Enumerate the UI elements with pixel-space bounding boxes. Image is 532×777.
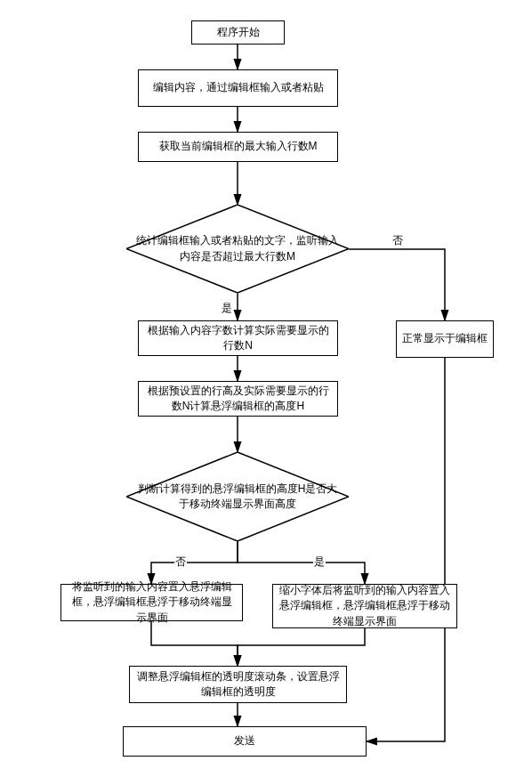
n6-text: 根据预设置的行高及实际需要显示的行数N计算悬浮编辑框的高度H: [144, 384, 332, 415]
n7-text: 将监听到的输入内容置入悬浮编辑框，悬浮编辑框悬浮于移动终端显示界面: [67, 579, 237, 626]
process-adjust-opacity: 调整悬浮编辑框的透明度滚动条，设置悬浮编辑框的透明度: [129, 666, 347, 703]
n1-text: 程序开始: [217, 25, 260, 40]
process-edit-content: 编辑内容，通过编辑框输入或者粘贴: [138, 69, 338, 107]
process-start: 程序开始: [191, 20, 285, 45]
label-d1-yes: 是: [221, 301, 233, 316]
process-place-float-shrink: 缩小字体后将监听到的输入内容置入悬浮编辑框，悬浮编辑框悬浮于移动终端显示界面: [272, 584, 457, 628]
d1-text: 统计编辑框输入或者粘贴的文字，监听输入内容是否超过最大行数M: [135, 233, 340, 264]
n4-text: 根据输入内容字数计算实际需要显示的行数N: [144, 323, 332, 354]
process-place-float-normal: 将监听到的输入内容置入悬浮编辑框，悬浮编辑框悬浮于移动终端显示界面: [60, 584, 243, 621]
decision-height-gt-screen: 判断计算得到的悬浮编辑框的高度H是否大于移动终端显示界面高度: [126, 452, 349, 541]
decision-exceeds-max: 统计编辑框输入或者粘贴的文字，监听输入内容是否超过最大行数M: [126, 205, 349, 293]
n8-text: 缩小字体后将监听到的输入内容置入悬浮编辑框，悬浮编辑框悬浮于移动终端显示界面: [278, 583, 451, 629]
n9-text: 调整悬浮编辑框的透明度滚动条，设置悬浮编辑框的透明度: [135, 669, 341, 700]
label-d2-no: 否: [174, 554, 187, 570]
process-send: 发送: [123, 726, 367, 757]
n10-text: 发送: [234, 733, 255, 749]
process-calc-lines-n: 根据输入内容字数计算实际需要显示的行数N: [138, 320, 338, 356]
process-calc-height-h: 根据预设置的行高及实际需要显示的行数N计算悬浮编辑框的高度H: [138, 381, 338, 417]
d2-text: 判断计算得到的悬浮编辑框的高度H是否大于移动终端显示界面高度: [135, 482, 340, 513]
n2-text: 编辑内容，通过编辑框输入或者粘贴: [153, 80, 324, 95]
process-get-max-lines: 获取当前编辑框的最大输入行数M: [138, 132, 338, 162]
process-normal-display: 正常显示于编辑框: [396, 320, 494, 358]
n3-text: 获取当前编辑框的最大输入行数M: [159, 139, 318, 154]
label-d1-no: 否: [391, 233, 404, 248]
label-d2-yes: 是: [313, 554, 326, 570]
n5-text: 正常显示于编辑框: [402, 331, 488, 346]
